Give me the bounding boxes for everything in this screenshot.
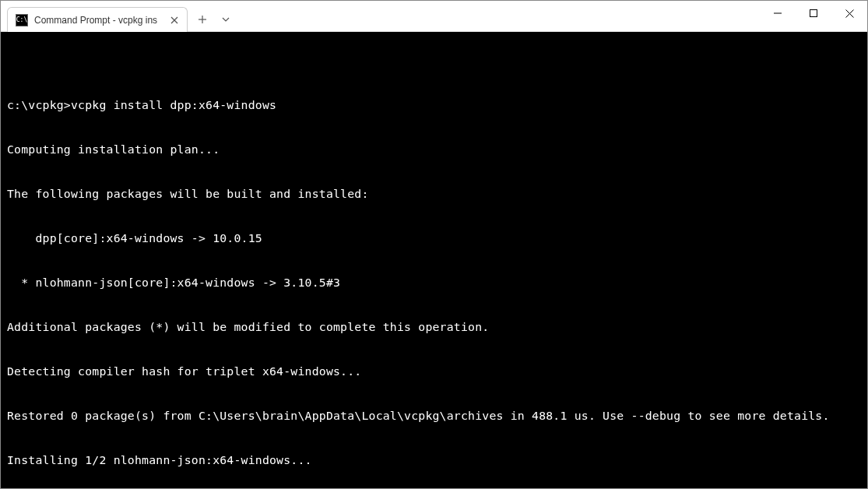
minimize-button[interactable]: [760, 1, 796, 26]
chevron-down-icon: [222, 17, 230, 22]
close-icon: [170, 16, 178, 24]
titlebar: C:\ Command Prompt - vcpkg ins: [1, 1, 867, 32]
terminal-line: Detecting compiler hash for triplet x64-…: [7, 364, 861, 378]
terminal-line: * nlohmann-json[core]:x64-windows -> 3.1…: [7, 275, 861, 290]
close-icon: [845, 9, 854, 18]
terminal-output[interactable]: c:\vcpkg>vcpkg install dpp:x64-windows C…: [1, 32, 867, 488]
terminal-line: Computing installation plan...: [7, 142, 861, 157]
maximize-button[interactable]: [796, 1, 831, 26]
tab-actions: [188, 1, 237, 32]
svg-rect-5: [810, 10, 817, 17]
terminal-line: c:\vcpkg>vcpkg install dpp:x64-windows: [7, 97, 861, 112]
tab-command-prompt[interactable]: C:\ Command Prompt - vcpkg ins: [7, 7, 188, 32]
tab-strip: C:\ Command Prompt - vcpkg ins: [1, 1, 188, 32]
close-window-button[interactable]: [831, 1, 867, 26]
maximize-icon: [810, 9, 817, 17]
plus-icon: [198, 15, 207, 24]
terminal-line: The following packages will be built and…: [7, 186, 861, 201]
cmd-icon: C:\: [16, 14, 28, 26]
terminal-line: dpp[core]:x64-windows -> 10.0.15: [7, 230, 861, 245]
tab-title: Command Prompt - vcpkg ins: [34, 15, 162, 26]
new-tab-button[interactable]: [191, 8, 214, 31]
minimize-icon: [774, 9, 782, 17]
terminal-line: Restored 0 package(s) from C:\Users\brai…: [7, 408, 861, 423]
close-tab-button[interactable]: [168, 14, 181, 26]
terminal-line: Additional packages (*) will be modified…: [7, 319, 861, 334]
tab-dropdown-button[interactable]: [214, 8, 237, 31]
terminal-line: Installing 1/2 nlohmann-json:x64-windows…: [7, 452, 861, 467]
window-controls: [760, 1, 867, 26]
